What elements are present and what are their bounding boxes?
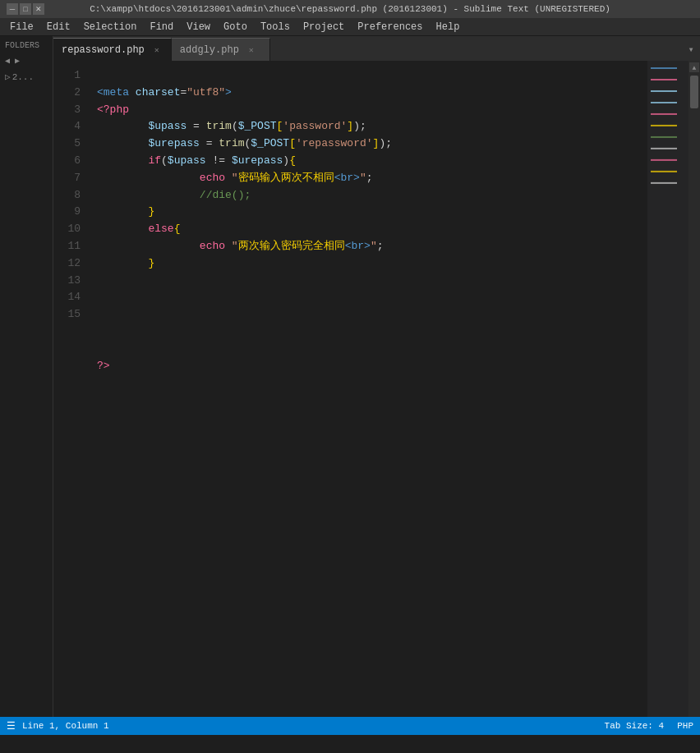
folder-item[interactable]: ▷ 2... [5,71,48,83]
line-num-14: 14 [53,289,81,306]
line-num-6: 6 [53,153,81,170]
menu-item-preferences[interactable]: Preferences [351,18,429,36]
line-num-11: 11 [53,238,81,255]
line-num-10: 10 [53,221,81,238]
folder-icon: ▷ [5,71,11,82]
tab-repassword[interactable]: repassword.php ✕ [53,38,172,61]
menu-item-help[interactable]: Help [430,18,467,36]
folder-name: 2... [12,72,34,82]
sidebar: FOLDERS ◀ ▶ ▷ 2... [0,36,53,717]
main-layout: FOLDERS ◀ ▶ ▷ 2... repassword.php ✕ addg… [0,36,700,717]
sidebar-back-arrow[interactable]: ◀ [3,56,12,66]
line-numbers: 1 2 3 4 5 6 7 8 9 10 11 12 13 14 15 [53,61,90,717]
menu-item-edit[interactable]: Edit [40,18,77,36]
status-bar: ☰ Line 1, Column 1 Tab Size: 4 PHP [0,717,700,735]
folder-tree: ▷ 2... [0,67,53,86]
line-num-7: 7 [53,170,81,187]
status-position[interactable]: Line 1, Column 1 [22,721,109,731]
tab-bar: repassword.php ✕ addgly.php ✕ ▾ [53,36,700,61]
line-num-5: 5 [53,135,81,153]
sidebar-forward-arrow[interactable]: ▶ [13,56,21,66]
status-left: ☰ Line 1, Column 1 [7,720,605,732]
close-button[interactable]: ✕ [33,3,44,15]
window-title: C:\xampp\htdocs\2016123001\admin\zhuce\r… [56,4,644,14]
minimap-canvas [647,61,688,717]
line-num-12: 12 [53,255,81,273]
line-num-2: 2 [53,85,81,102]
scrollbar-thumb[interactable] [690,76,698,108]
code-content[interactable]: <meta charset="utf8"> <?php $upass = tri… [90,61,647,717]
tab-addgly-close[interactable]: ✕ [246,44,257,56]
sidebar-header: FOLDERS [0,36,53,54]
menu-bar: FileEditSelectionFindViewGotoToolsProjec… [0,18,700,36]
editor-scrollbar[interactable]: ▲ [688,61,700,717]
tab-repassword-close[interactable]: ✕ [151,44,163,56]
maximize-button[interactable]: □ [20,3,31,15]
tab-dropdown[interactable]: ▾ [682,38,700,61]
menu-item-find[interactable]: Find [143,18,180,36]
line-num-13: 13 [53,273,81,290]
scroll-up-arrow[interactable]: ▲ [689,62,699,72]
menu-item-goto[interactable]: Goto [217,18,254,36]
title-bar: ─ □ ✕ C:\xampp\htdocs\2016123001\admin\z… [0,0,700,18]
tab-addgly[interactable]: addgly.php ✕ [172,38,270,61]
tab-repassword-label: repassword.php [62,44,145,56]
tab-bar-container: repassword.php ✕ addgly.php ✕ ▾ 1 2 3 4 … [53,36,700,717]
line-num-4: 4 [53,118,81,135]
folder-label: FOLDERS [5,41,39,50]
line-num-8: 8 [53,187,81,204]
menu-item-file[interactable]: File [3,18,40,36]
line-num-3: 3 [53,102,81,119]
status-right: Tab Size: 4 PHP [605,721,693,731]
menu-item-view[interactable]: View [180,18,217,36]
minimap [647,61,688,717]
line-num-1: 1 [53,67,81,85]
menu-item-project[interactable]: Project [297,18,351,36]
line-num-15: 15 [53,306,81,324]
tab-addgly-label: addgly.php [180,44,239,56]
minimize-button[interactable]: ─ [7,3,18,15]
menu-item-tools[interactable]: Tools [254,18,297,36]
status-language[interactable]: PHP [677,721,693,731]
sidebar-nav: ◀ ▶ [0,54,53,67]
line-num-9: 9 [53,204,81,221]
menu-item-selection[interactable]: Selection [77,18,144,36]
code-area: 1 2 3 4 5 6 7 8 9 10 11 12 13 14 15 <met… [53,61,700,717]
status-file-icon: ☰ [7,720,16,732]
status-tab-size[interactable]: Tab Size: 4 [605,721,665,731]
